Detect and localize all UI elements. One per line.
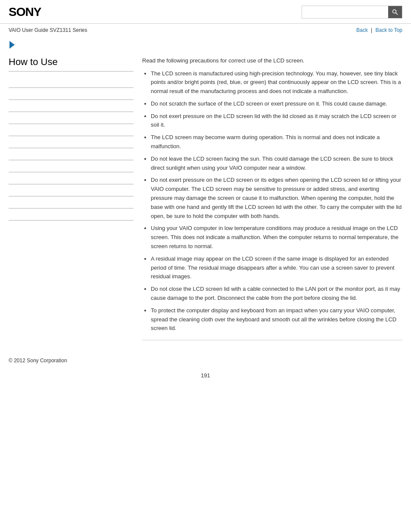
list-item[interactable] bbox=[9, 136, 134, 148]
sony-logo: SONY bbox=[9, 5, 41, 19]
list-item[interactable] bbox=[9, 112, 134, 124]
content-list: The LCD screen is manufactured using hig… bbox=[142, 69, 402, 333]
content-divider bbox=[142, 340, 402, 340]
list-item: Do not close the LCD screen lid with a c… bbox=[151, 285, 402, 303]
list-item[interactable] bbox=[9, 124, 134, 136]
copyright: © 2012 Sony Corporation bbox=[0, 353, 411, 368]
svg-point-0 bbox=[393, 10, 396, 13]
page-header: SONY bbox=[0, 0, 411, 24]
list-item: Do not scratch the surface of the LCD sc… bbox=[151, 100, 402, 109]
list-item[interactable] bbox=[9, 208, 134, 221]
list-item: Do not exert pressure on the LCD screen … bbox=[151, 112, 402, 130]
list-item[interactable] bbox=[9, 88, 134, 100]
list-item[interactable] bbox=[9, 100, 134, 112]
chevron-right-icon bbox=[9, 41, 15, 49]
list-item[interactable] bbox=[9, 160, 134, 172]
back-link[interactable]: Back bbox=[356, 27, 368, 33]
search-icon bbox=[392, 9, 398, 15]
list-item: The LCD screen may become warm during op… bbox=[151, 133, 402, 151]
list-item: Do not leave the LCD screen facing the s… bbox=[151, 155, 402, 173]
list-item[interactable] bbox=[9, 184, 134, 196]
list-item: The LCD screen is manufactured using hig… bbox=[151, 69, 402, 96]
list-item[interactable] bbox=[9, 172, 134, 184]
search-input[interactable] bbox=[302, 6, 388, 18]
list-item: Do not exert pressure on the LCD screen … bbox=[151, 176, 402, 221]
list-item[interactable] bbox=[9, 148, 134, 160]
content-area: Read the following precautions for corre… bbox=[142, 56, 402, 345]
search-button[interactable] bbox=[388, 6, 402, 18]
list-item: A residual image may appear on the LCD s… bbox=[151, 255, 402, 281]
guide-title: VAIO User Guide SVZ1311 Series bbox=[9, 27, 87, 33]
sidebar: How to Use bbox=[9, 56, 134, 345]
search-box[interactable] bbox=[302, 6, 402, 19]
nav-separator: | bbox=[371, 27, 372, 33]
content-intro: Read the following precautions for corre… bbox=[142, 56, 402, 65]
list-item: Using your VAIO computer in low temperat… bbox=[151, 224, 402, 251]
list-item[interactable] bbox=[9, 196, 134, 208]
breadcrumb-area bbox=[0, 37, 411, 52]
list-item[interactable] bbox=[9, 76, 134, 88]
page-number: 191 bbox=[0, 368, 411, 387]
sidebar-title: How to Use bbox=[9, 56, 134, 72]
list-item: To protect the computer display and keyb… bbox=[151, 306, 402, 333]
main-content: How to Use Read the following precaution… bbox=[0, 52, 411, 353]
back-to-top-link[interactable]: Back to Top bbox=[376, 27, 402, 33]
sub-header: VAIO User Guide SVZ1311 Series Back | Ba… bbox=[0, 24, 411, 37]
nav-links: Back | Back to Top bbox=[356, 27, 402, 33]
svg-line-1 bbox=[396, 13, 398, 15]
